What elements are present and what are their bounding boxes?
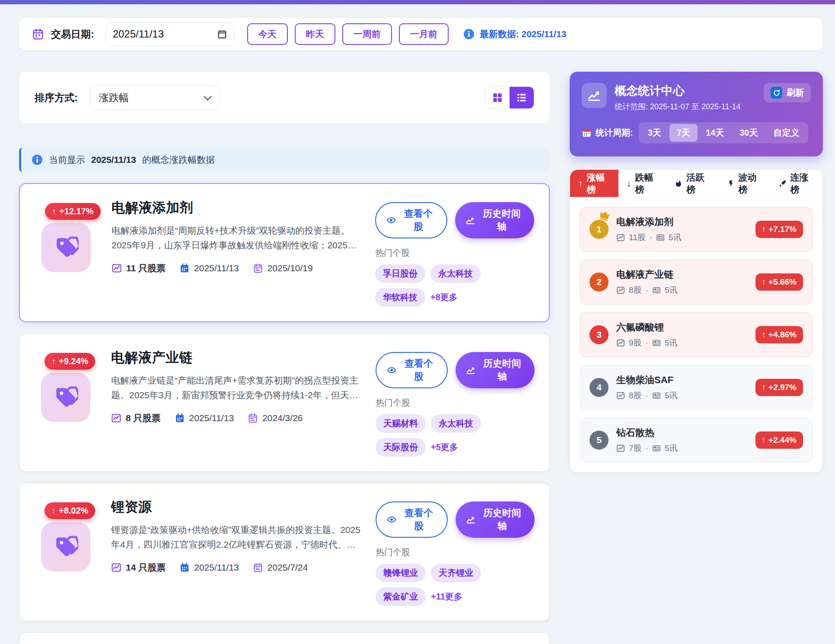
rank-change-value: +7.17% [768,225,797,234]
rank-change-badge: ↑ +4.86% [755,326,803,343]
period-option[interactable]: 30天 [732,124,765,142]
hot-stocks-label: 热门个股 [375,247,534,259]
date-picker-icon[interactable] [217,29,227,39]
banner-suffix: 的概念涨跌幅数据 [142,154,215,166]
more-stocks-link[interactable]: +11更多 [431,591,462,603]
concept-title: 电解液添加剂 [112,199,362,217]
period-options: 3天7天14天30天自定义 [639,122,809,143]
banner-date: 2025/11/13 [91,155,136,165]
rank-meta: 9股 · 5讯 [616,337,755,349]
stock-chip[interactable]: 孚日股份 [375,264,425,283]
concept-visual: ↑ +12.17% [35,196,100,278]
rank-number-badge: 2 [590,273,609,292]
view-stocks-button[interactable]: 查看个股 [376,352,448,388]
rank-concept-name: 生物柴油SAF [616,374,755,387]
calendar-blue-icon [175,413,185,423]
concept-body: 电解液添加剂 电解液添加剂是“周期反转+技术升级”双轮驱动的投资主题。2025年… [100,196,375,307]
ranking-item[interactable]: 5 钻石散热 7股 · 5讯 ↑ [580,418,813,463]
ranking-list: 1 电解液添加剂 11股 · 5讯 ↑ [570,197,822,472]
created-date-meta: 2025/7/24 [253,562,308,573]
concept-description: 锂资源是“政策驱动+供给收缩”双重逻辑共振的投资主题。2025年4月，四川雅江官… [111,523,363,552]
stock-chip[interactable]: 赣锋锂业 [376,564,426,582]
stock-chip[interactable]: 天赐材料 [376,414,426,433]
ranking-item[interactable]: 3 六氟磷酸锂 9股 · 5讯 ↑ [580,312,813,357]
hot-stock-chips: 孚日股份 永太科技 华软科技 +8更多 [375,264,534,307]
sort-select[interactable]: 涨跌幅 [90,85,220,110]
rank-info: 电解液添加剂 11股 · 5讯 [616,216,755,243]
quick-date-button[interactable]: 一周前 [342,23,392,45]
stock-chip[interactable]: 永太科技 [431,414,481,433]
rank-meta: 7股 · 5讯 [616,443,755,454]
more-stocks-link[interactable]: +5更多 [431,441,458,453]
trade-date-input[interactable]: 2025/11/13 [105,22,234,46]
ranking-item[interactable]: 2 电解液产业链 8股 · 5讯 ↑ [580,260,813,305]
rank-meta: 11股 · 5讯 [616,232,755,243]
page-container: 交易日期: 2025/11/13 今天昨天一周前一月前 最新数据: 2025/1… [0,4,835,644]
arrow-up-icon: ↑ [762,225,766,234]
period-option[interactable]: 7天 [669,124,698,142]
rank-info: 六氟磷酸锂 9股 · 5讯 [616,321,755,349]
rank-info: 电解液产业链 8股 · 5讯 [616,268,755,296]
history-timeline-button[interactable]: 历史时间轴 [456,352,535,388]
concept-card: ↑ +7.29% 陶瓷隔膜骨架膜 陶瓷隔膜骨架膜是技术创新驱动的固态电池产业链β… [19,632,550,644]
rank-meta: 8股 · 5讯 [616,285,755,296]
change-badge: ↑ +8.02% [45,502,95,519]
view-stocks-button[interactable]: 查看个股 [375,202,447,238]
stock-chip[interactable]: 紫金矿业 [376,587,426,606]
chart-icon [111,562,121,573]
rank-change-badge: ↑ +2.44% [755,431,803,449]
list-view-button[interactable] [510,87,534,108]
period-label: 统计周期: [582,127,633,139]
rank-news-count: 5讯 [665,285,678,296]
tab-active[interactable]: 活跃榜 [666,170,718,197]
period-option[interactable]: 自定义 [766,124,806,142]
history-timeline-button[interactable]: 历史时间轴 [455,202,534,238]
rank-news-count: 5讯 [665,337,678,349]
trade-date-label: 交易日期: [51,28,94,41]
calendar-blue-icon [179,263,190,273]
tab-gainers[interactable]: ↑ 涨幅榜 [570,170,618,197]
quick-date-button[interactable]: 今天 [247,23,288,45]
more-stocks-link[interactable]: +8更多 [430,292,458,303]
ranking-item[interactable]: 4 生物柴油SAF 8股 · 5讯 ↑ [580,365,813,410]
concept-thumbnail [41,522,90,571]
quick-date-buttons: 今天昨天一周前一月前 [247,23,449,45]
hot-stocks-label: 热门个股 [376,546,535,558]
stock-chip[interactable]: 永太科技 [430,264,481,283]
grid-view-button[interactable] [485,87,510,108]
created-date-meta: 2024/3/26 [248,413,303,423]
change-badge: ↑ +12.17% [45,203,101,220]
stock-chip[interactable]: 华软科技 [375,288,425,307]
tab-streak[interactable]: 连涨榜 [771,170,822,197]
tab-losers[interactable]: ↓ 跌幅榜 [618,170,667,197]
stats-center-panel: 概念统计中心 统计范围: 2025-11-07 至 2025-11-14 刷新 … [570,72,823,156]
period-option[interactable]: 3天 [641,124,669,142]
period-option[interactable]: 14天 [698,124,731,142]
tab-volatility[interactable]: 波动榜 [719,170,771,197]
eye-icon [387,514,396,525]
list-icon [516,92,527,103]
concept-thumbnail [41,223,91,272]
stock-chip[interactable]: 天齐锂业 [431,564,481,582]
rank-news-count: 5讯 [669,232,682,243]
arrow-up-icon: ↑ [52,206,56,216]
trade-date-value: 2025/11/13 [113,28,164,40]
quick-date-button[interactable]: 昨天 [295,23,335,45]
ranking-item[interactable]: 1 电解液添加剂 11股 · 5讯 ↑ [580,207,813,252]
rank-stock-count: 8股 [629,390,642,401]
stock-count: 11 只股票 [112,262,166,274]
concept-description: 电解液添加剂是“周期反转+技术升级”双轮驱动的投资主题。2025年9月，山东孚日… [112,223,362,253]
chart-icon [616,286,625,295]
date-toolbar: 交易日期: 2025/11/13 今天昨天一周前一月前 最新数据: 2025/1… [19,18,823,50]
arrow-up-icon: ↑ [762,435,766,445]
quick-date-button[interactable]: 一月前 [399,23,449,45]
history-timeline-button[interactable]: 历史时间轴 [456,501,535,538]
stock-count: 8 只股票 [111,412,161,424]
concept-card: ↑ +12.17% 电解液添加剂 电解液添加剂是“周期反转+技术升级”双轮驱动的… [19,183,550,322]
rank-change-badge: ↑ +7.17% [755,221,803,238]
stock-chip[interactable]: 天际股份 [376,438,426,457]
ranking-tabs: ↑ 涨幅榜 ↓ 跌幅榜 活跃榜 波动榜 [570,170,822,197]
created-date-meta: 2025/10/19 [253,263,313,273]
refresh-button[interactable]: 刷新 [764,83,811,102]
view-stocks-button[interactable]: 查看个股 [376,501,448,538]
